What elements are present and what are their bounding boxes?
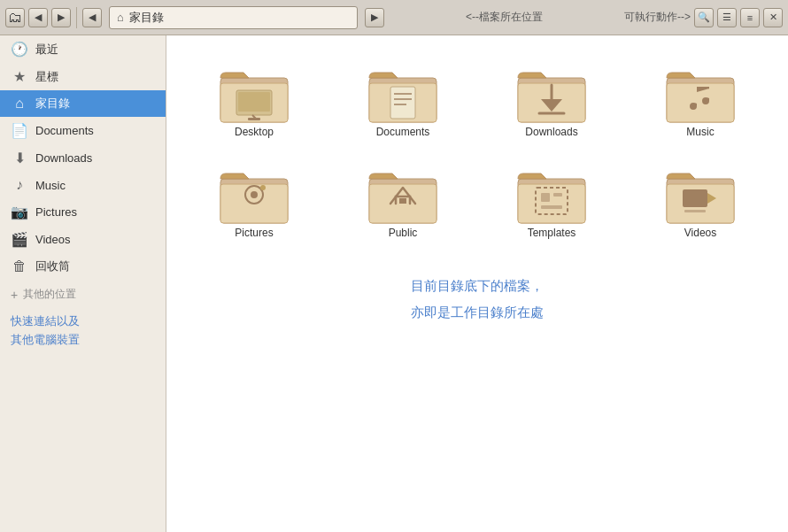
svg-rect-28	[518, 184, 585, 223]
view-toggle-button[interactable]: ☰	[717, 8, 737, 27]
menu-button[interactable]: ≡	[740, 8, 760, 27]
sidebar-label-recent: 最近	[35, 42, 58, 58]
svg-point-22	[251, 191, 258, 198]
pictures-icon: 📷	[11, 204, 28, 220]
sidebar-item-music[interactable]: ♪ Music	[0, 172, 166, 198]
svg-rect-37	[684, 210, 706, 212]
forward-button[interactable]: ▶	[51, 8, 71, 27]
svg-rect-8	[390, 87, 415, 119]
svg-rect-32	[541, 205, 562, 209]
quick-links-line2: 其他電腦裝置	[11, 331, 155, 350]
folder-documents-icon	[367, 62, 438, 126]
sidebar-item-recent[interactable]: 🕐 最近	[0, 35, 166, 63]
folder-templates-label: Templates	[528, 227, 576, 239]
folder-videos-label: Videos	[684, 227, 716, 239]
folder-music-icon	[665, 62, 736, 126]
sidebar-label-documents: Documents	[35, 124, 94, 137]
folder-downloads-label: Downloads	[525, 126, 577, 138]
home-sidebar-icon: ⌂	[11, 96, 28, 112]
folder-public-label: Public	[389, 227, 418, 239]
folder-documents[interactable]: Documents	[333, 53, 473, 145]
music-icon: ♪	[11, 177, 28, 193]
quick-links-line1: 快速連結以及	[11, 312, 155, 331]
sidebar-label-videos: Videos	[35, 233, 71, 246]
content-area: Desktop Documents	[166, 35, 788, 532]
sidebar-item-pictures[interactable]: 📷 Pictures	[0, 198, 166, 226]
sidebar: 🕐 最近 ★ 星標 ⌂ 家目錄 📄 Documents ⬇ Downloads …	[0, 35, 166, 532]
downloads-icon: ⬇	[11, 150, 28, 166]
sidebar-item-starred[interactable]: ★ 星標	[0, 63, 166, 90]
folder-desktop-icon	[219, 62, 290, 126]
folder-public-icon	[367, 163, 438, 227]
svg-rect-31	[553, 193, 562, 197]
svg-rect-35	[683, 189, 707, 207]
nav-left-button[interactable]: ◀	[82, 8, 102, 27]
star-icon: ★	[11, 68, 28, 85]
location-bar[interactable]: ⌂ 家目錄	[109, 6, 358, 29]
sidebar-item-videos[interactable]: 🎬 Videos	[0, 226, 166, 253]
titlebar-right-buttons: 🔍 ☰ ≡ ✕	[694, 8, 783, 27]
folder-downloads[interactable]: Downloads	[482, 53, 622, 145]
location-text: 家目錄	[129, 10, 164, 26]
info-line2: 亦即是工作目錄所在處	[184, 299, 770, 326]
folder-videos-icon	[665, 163, 736, 227]
path-hint: <--檔案所在位置	[388, 10, 621, 25]
titlebar: 🗂 ◀ ▶ ◀ ⌂ 家目錄 ▶ <--檔案所在位置 可執行動作--> 🔍 ☰ ≡…	[0, 0, 788, 35]
folder-grid: Desktop Documents	[184, 53, 770, 246]
folder-desktop-label: Desktop	[235, 126, 274, 138]
folder-videos[interactable]: Videos	[630, 154, 770, 246]
sidebar-item-trash[interactable]: 🗑 回收筒	[0, 253, 166, 280]
back-button[interactable]: ◀	[28, 8, 48, 27]
sidebar-label-pictures: Pictures	[35, 205, 77, 219]
sidebar-item-home[interactable]: ⌂ 家目錄	[0, 90, 166, 117]
sidebar-label-trash: 回收筒	[35, 258, 70, 274]
other-locations-label: 其他的位置	[23, 287, 76, 302]
sidebar-item-documents[interactable]: 📄 Documents	[0, 117, 166, 144]
recent-icon: 🕐	[11, 41, 28, 58]
actions-hint: 可執行動作-->	[624, 10, 691, 25]
main-layout: 🕐 最近 ★ 星標 ⌂ 家目錄 📄 Documents ⬇ Downloads …	[0, 35, 788, 532]
folder-pictures-label: Pictures	[235, 227, 273, 239]
documents-icon: 📄	[11, 122, 28, 139]
plus-icon: +	[11, 288, 18, 302]
sidebar-label-home: 家目錄	[35, 96, 70, 112]
svg-rect-3	[238, 92, 270, 112]
folder-music-label: Music	[686, 126, 714, 138]
quick-links-text: 快速連結以及 其他電腦裝置	[0, 305, 166, 357]
svg-rect-30	[541, 193, 550, 202]
info-text: 目前目錄底下的檔案， 亦即是工作目錄所在處	[184, 273, 770, 326]
folder-documents-label: Documents	[376, 126, 430, 138]
svg-rect-26	[399, 198, 406, 204]
home-icon: ⌂	[117, 11, 124, 24]
nav-right-button[interactable]: ▶	[365, 8, 384, 27]
folder-desktop[interactable]: Desktop	[184, 53, 324, 145]
separator	[76, 7, 77, 28]
folder-downloads-icon	[516, 62, 587, 126]
sidebar-label-music: Music	[35, 179, 66, 192]
sidebar-label-downloads: Downloads	[35, 151, 92, 165]
folder-music[interactable]: Music	[630, 53, 770, 145]
svg-rect-5	[248, 118, 260, 120]
folder-templates-icon	[516, 163, 587, 227]
trash-icon: 🗑	[11, 258, 28, 274]
app-menu-button[interactable]: 🗂	[5, 8, 25, 27]
search-button[interactable]: 🔍	[694, 8, 714, 27]
folder-pictures-icon	[219, 163, 290, 227]
other-locations-header[interactable]: + 其他的位置	[0, 280, 166, 305]
folder-public[interactable]: Public	[333, 154, 473, 246]
sidebar-item-downloads[interactable]: ⬇ Downloads	[0, 144, 166, 172]
videos-icon: 🎬	[11, 231, 28, 248]
close-button[interactable]: ✕	[763, 8, 783, 27]
folder-templates[interactable]: Templates	[482, 154, 622, 246]
sidebar-label-starred: 星標	[35, 69, 58, 85]
svg-point-23	[260, 185, 266, 190]
info-line1: 目前目錄底下的檔案，	[184, 273, 770, 299]
folder-pictures[interactable]: Pictures	[184, 154, 324, 246]
